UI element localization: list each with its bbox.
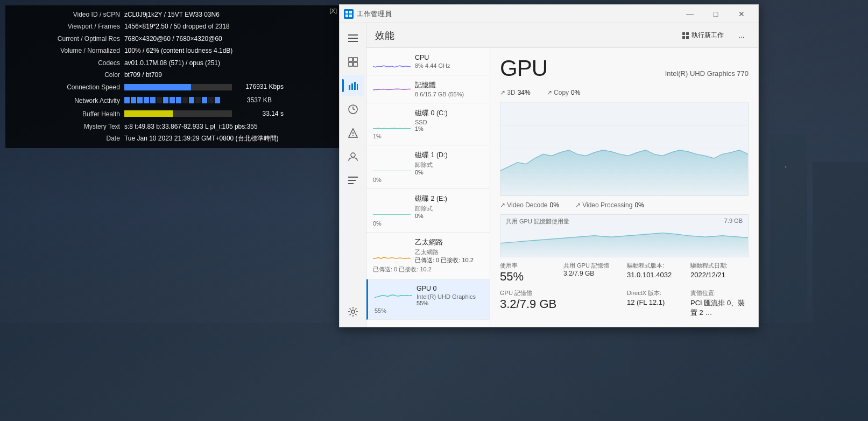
- svg-rect-23: [349, 11, 352, 13]
- gpu-stat-block: DirectX 版本: 12 (FL 12.1): [627, 289, 685, 318]
- list-item-value: 55%: [417, 300, 476, 306]
- gpu-stat-block: [563, 289, 622, 318]
- list-item-chart: [375, 287, 412, 304]
- svg-rect-46: [348, 183, 354, 184]
- list-item-value: 0%: [415, 213, 447, 219]
- svg-rect-25: [349, 15, 352, 17]
- sidebar: [340, 23, 366, 327]
- list-item[interactable]: 磁碟 1 (D:)卸除式0%0%: [366, 145, 490, 189]
- list-item-chart: [373, 243, 411, 259]
- video-overlay-panel: [X] Video ID / sCPNzCL0J9j1k2Y / 15VT EW…: [5, 5, 339, 148]
- list-item-title: 磁碟 2 (E:): [415, 194, 447, 204]
- overlay-label: Video ID / sCPN: [11, 9, 122, 20]
- list-item[interactable]: 記憶體8.6/15.7 GB (55%): [366, 75, 490, 103]
- svg-rect-13: [0, 323, 868, 421]
- stat-big-value: 3.2/7.9 GB: [500, 297, 558, 311]
- svg-rect-36: [357, 84, 358, 90]
- overlay-value: Tue Jan 10 2023 21:39:29 GMT+0800 (台北標準時…: [122, 132, 334, 144]
- gpu-mem-chart: 共用 GPU 記憶體使用量 7.9 GB: [500, 214, 749, 257]
- list-item-subtitle: 卸除式: [415, 161, 448, 169]
- list-item-chart: [373, 155, 411, 171]
- sidebar-icon-details[interactable]: [342, 170, 364, 191]
- sidebar-icon-hamburger[interactable]: [342, 27, 364, 49]
- task-manager-window: 工作管理員 — □ ✕: [339, 4, 759, 327]
- svg-rect-35: [354, 82, 356, 90]
- gpu-stat-block: 實體位置: PCI 匯流排 0、裝置 2 …: [690, 289, 749, 318]
- svg-rect-24: [345, 15, 348, 17]
- overlay-value: s:8 t:49.83 b:33.867-82.933 L pl_i:105 p…: [122, 121, 334, 132]
- overlay-value: 176931 Kbps: [122, 81, 334, 94]
- list-item-subtitle: 8% 4.44 GHz: [415, 62, 450, 69]
- content-area: CPU8% 4.44 GHz記憶體8.6/15.7 GB (55%)磁碟 0 (…: [366, 48, 758, 327]
- list-item-title: 磁碟 1 (D:): [415, 151, 448, 160]
- svg-rect-33: [349, 85, 350, 90]
- list-item-subtitle: SSD: [415, 119, 448, 125]
- list-item-title: CPU: [415, 54, 450, 61]
- overlay-value: av01.0.17M.08 (571) / opus (251): [122, 57, 334, 69]
- sidebar-icon-settings[interactable]: [342, 301, 364, 322]
- sidebar-icon-users[interactable]: [342, 146, 364, 167]
- gpu-stat-block: GPU 記憶體 3.2/7.9 GB: [500, 289, 558, 318]
- sidebar-icon-performance[interactable]: [342, 75, 364, 96]
- maximize-button[interactable]: □: [703, 6, 728, 22]
- list-item-sub2: 已傳送: 0 已接收: 10.2: [373, 265, 483, 273]
- gpu-bottom-stat-label: ↗ Video Processing: [575, 201, 633, 209]
- gpu-stat-block: 驅動程式版本: 31.0.101.4032: [627, 262, 685, 284]
- overlay-value: 33.14 s: [122, 108, 334, 121]
- stat-label: GPU 記憶體: [500, 289, 558, 297]
- gpu-stats-grid: 使用率 55% 共用 GPU 記憶體 3.2/7.9 GB 驅動程式版本: 31…: [500, 262, 749, 318]
- svg-rect-32: [354, 62, 357, 66]
- svg-rect-27: [348, 38, 358, 39]
- overlay-label: Mystery Text: [11, 121, 122, 132]
- gpu-header: GPU Intel(R) UHD Graphics 770: [500, 55, 749, 81]
- list-item[interactable]: 磁碟 2 (E:)卸除式0%0%: [366, 189, 490, 233]
- gpu-main-chart: [500, 102, 749, 196]
- list-item[interactable]: 乙太網路乙太網路已傳送: 0 已接收: 10.2已傳送: 0 已接收: 10.2: [366, 233, 490, 279]
- close-button[interactable]: ✕: [729, 6, 754, 22]
- list-item[interactable]: CPU8% 4.44 GHz: [366, 48, 490, 75]
- gpu-bottom-stat-value: 0%: [634, 201, 644, 209]
- list-item-sub2: 0%: [373, 177, 483, 183]
- svg-rect-44: [348, 177, 358, 178]
- sidebar-icon-processes[interactable]: [342, 51, 364, 73]
- run-new-task-button[interactable]: 執行新工作: [676, 29, 729, 42]
- overlay-label: Current / Optimal Res: [11, 33, 122, 45]
- gpu-detail-panel: GPU Intel(R) UHD Graphics 770 ↗ 3D34%↗ C…: [490, 48, 758, 327]
- gpu-stat-label: ↗ Copy: [547, 89, 569, 96]
- title-left: 工作管理員: [344, 9, 392, 19]
- svg-rect-51: [686, 36, 689, 39]
- overlay-value: 1456×819*2.50 / 50 dropped of 2318: [122, 20, 334, 32]
- sidebar-icon-startup[interactable]: [342, 122, 364, 144]
- gpu-stat-block: 驅動程式日期: 2022/12/21: [690, 262, 749, 284]
- svg-rect-50: [682, 36, 685, 39]
- more-options-button[interactable]: ...: [733, 30, 750, 41]
- svg-rect-28: [348, 41, 358, 42]
- overlay-label: Color: [11, 69, 122, 81]
- svg-point-43: [351, 153, 355, 157]
- sidebar-icon-history[interactable]: [342, 99, 364, 120]
- gpu-bottom-stat-value: 0%: [550, 201, 559, 209]
- header-actions: 執行新工作 ...: [676, 29, 750, 42]
- gpu-title: GPU: [500, 55, 547, 81]
- list-item-subtitle: Intel(R) UHD Graphics: [417, 293, 476, 300]
- stat-value: 12 (FL 12.1): [627, 298, 685, 306]
- list-item-subtitle: 8.6/15.7 GB (55%): [415, 91, 464, 97]
- close-overlay-button[interactable]: [X]: [330, 8, 337, 14]
- gpu-top-stats: ↗ 3D34%↗ Copy0%: [500, 89, 749, 96]
- svg-rect-29: [349, 58, 352, 61]
- list-item[interactable]: GPU 0Intel(R) UHD Graphics55%55%: [366, 279, 490, 320]
- list-item-sub2: 0%: [373, 220, 483, 227]
- overlay-label: Volume / Normalized: [11, 45, 122, 57]
- list-item[interactable]: 磁碟 0 (C:)SSD1%1%: [366, 103, 490, 145]
- overlay-label: Network Activity: [11, 94, 122, 108]
- gpu-stat-block: 使用率 55%: [500, 262, 558, 284]
- gpu-bottom-stat-label: ↗ Video Decode: [500, 201, 548, 209]
- svg-rect-30: [354, 58, 357, 61]
- stat-label: DirectX 版本:: [627, 289, 685, 297]
- list-item-subtitle: 乙太網路: [415, 248, 474, 256]
- svg-point-42: [352, 135, 354, 136]
- minimize-button[interactable]: —: [678, 6, 702, 22]
- stat-label: 使用率: [500, 262, 558, 270]
- stat-label: 驅動程式版本:: [627, 262, 685, 270]
- overlay-value: bt709 / bt709: [122, 69, 334, 81]
